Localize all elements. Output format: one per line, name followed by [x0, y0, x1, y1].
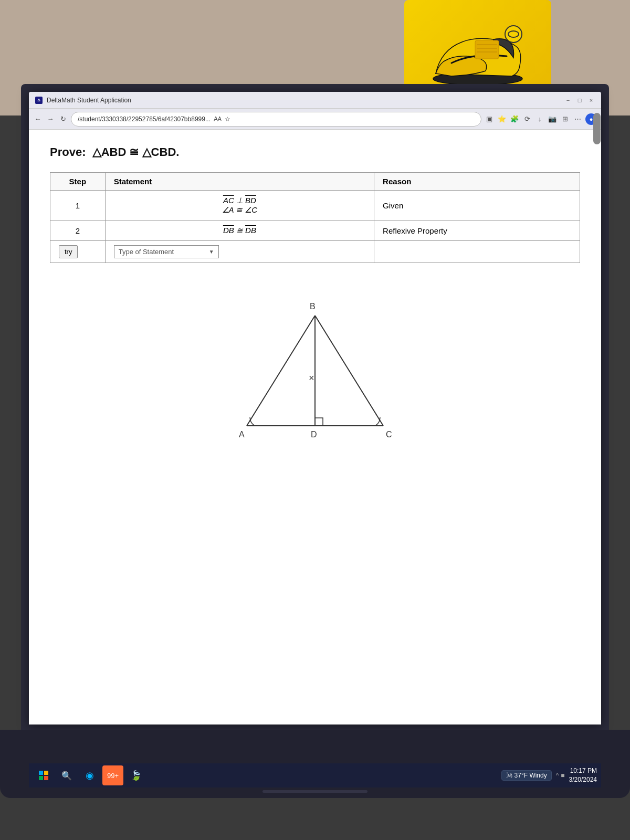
row1-step: 1 — [50, 191, 106, 220]
prove-math: △ABD ≅ △CBD. — [92, 145, 180, 159]
dropdown-arrow-icon: ▼ — [209, 249, 214, 255]
windows-logo-icon — [38, 770, 49, 781]
search-button[interactable]: 🔍 — [56, 765, 77, 785]
row2-statement: DB ≅ DB — [105, 220, 374, 241]
prove-statement: Prove: △ABD ≅ △CBD. — [50, 145, 580, 159]
page-content: Prove: △ABD ≅ △CBD. Step Statement Reaso… — [29, 130, 601, 724]
row2-step: 2 — [50, 220, 106, 241]
try-reason-cell — [374, 241, 580, 263]
minimize-button[interactable]: − — [564, 97, 572, 104]
weather-text: 37°F Windy — [514, 772, 547, 779]
weather-icon: 🌬 — [506, 772, 512, 779]
row1-stmt1: AC ⊥ BD — [114, 196, 365, 205]
try-cell: try — [50, 241, 106, 263]
row2-reason: Reflexive Property — [374, 220, 580, 241]
back-button[interactable]: ← — [33, 114, 43, 124]
fav-button[interactable]: ⭐ — [497, 114, 507, 124]
download-button[interactable]: ↓ — [535, 114, 544, 124]
row2-stmt1: DB ≅ DB — [114, 226, 365, 235]
date-display: 3/20/2024 — [569, 775, 597, 784]
triangle-diagram: × B A D C — [220, 284, 410, 452]
svg-point-5 — [505, 26, 522, 43]
svg-rect-13 — [39, 771, 43, 775]
col-header-statement: Statement — [105, 173, 374, 191]
browser-favicon: Δ — [35, 97, 43, 104]
browser-title: DeltaMath Student Application — [47, 97, 131, 104]
address-input[interactable]: /student/3330338/22952785/6af42307bb8999… — [71, 112, 481, 127]
network-icon: ■ — [561, 772, 564, 779]
dropdown-placeholder: Type of Statement — [119, 248, 174, 256]
vertex-D-label: D — [311, 430, 317, 439]
table-row: 2 DB ≅ DB Reflexive Property — [50, 220, 580, 241]
shoe-svg — [425, 18, 530, 87]
taskbar-app2[interactable]: 🍃 — [125, 765, 146, 785]
refresh-button[interactable]: ↻ — [58, 114, 68, 124]
trackpad[interactable] — [262, 790, 368, 793]
start-button[interactable] — [33, 765, 54, 785]
menu-button[interactable]: ⋯ — [573, 114, 582, 124]
diagram-area: × B A D C — [50, 274, 580, 457]
time-display: 10:17 PM — [569, 766, 597, 775]
svg-line-7 — [247, 316, 315, 426]
dropdown-cell: Type of Statement ▼ — [105, 241, 374, 263]
weather-widget: 🌬 37°F Windy — [501, 770, 552, 781]
clock-area: 10:17 PM 3/20/2024 — [569, 766, 597, 784]
history-button[interactable]: ⟳ — [522, 114, 532, 124]
close-button[interactable]: × — [587, 97, 595, 104]
type-of-statement-dropdown[interactable]: Type of Statement ▼ — [114, 245, 219, 258]
system-tray: ^ ■ — [556, 772, 565, 779]
tray-arrow[interactable]: ^ — [556, 772, 559, 779]
col-header-step: Step — [50, 173, 106, 191]
title-bar-left: Δ DeltaMath Student Application — [35, 97, 131, 104]
browser-window: Δ DeltaMath Student Application − □ × ← … — [29, 92, 601, 724]
title-bar: Δ DeltaMath Student Application − □ × — [29, 92, 601, 109]
svg-rect-16 — [44, 776, 48, 780]
svg-line-8 — [315, 316, 383, 426]
ext-button[interactable]: 🧩 — [510, 114, 519, 124]
col-header-reason: Reason — [374, 173, 580, 191]
row1-stmt2: ∠A ≅ ∠C — [114, 205, 365, 215]
url-text: /student/3330338/22952785/6af42307bb8999… — [78, 116, 211, 123]
vertex-A-label: A — [239, 430, 245, 439]
vertex-C-label: C — [386, 430, 392, 439]
taskbar-right: 🌬 37°F Windy ^ ■ 10:17 PM 3/20/2024 — [501, 766, 597, 784]
title-bar-controls[interactable]: − □ × — [564, 97, 595, 104]
proof-table: Step Statement Reason 1 AC ⊥ BD ∠A ≅ ∠C … — [50, 172, 580, 263]
taskbar: 🔍 ◉ 99+ 🍃 🌬 37°F Windy ^ ■ 10:17 PM 3/20… — [29, 763, 601, 788]
try-row: try Type of Statement ▼ — [50, 241, 580, 263]
edge-button[interactable]: ◉ — [79, 765, 100, 785]
row1-reason: Given — [374, 191, 580, 220]
vertex-B-label: B — [310, 302, 316, 311]
svg-text:×: × — [309, 373, 314, 383]
forward-button[interactable]: → — [46, 114, 55, 124]
tab-button[interactable]: ▣ — [485, 114, 494, 124]
maximize-button[interactable]: □ — [576, 97, 583, 104]
address-bar: ← → ↻ /student/3330338/22952785/6af42307… — [29, 109, 601, 130]
table-row: 1 AC ⊥ BD ∠A ≅ ∠C Given — [50, 191, 580, 220]
grid-button[interactable]: ⊞ — [560, 114, 570, 124]
screenshot-button[interactable]: 📷 — [548, 114, 557, 124]
row1-statement: AC ⊥ BD ∠A ≅ ∠C — [105, 191, 374, 220]
svg-rect-1 — [475, 40, 499, 59]
taskbar-app1[interactable]: 99+ — [102, 765, 123, 785]
svg-rect-14 — [44, 771, 48, 775]
svg-rect-11 — [315, 418, 323, 426]
svg-rect-15 — [39, 776, 43, 780]
scroll-indicator[interactable] — [593, 113, 601, 144]
try-button[interactable]: try — [59, 245, 78, 258]
prove-label: Prove: — [50, 145, 86, 159]
